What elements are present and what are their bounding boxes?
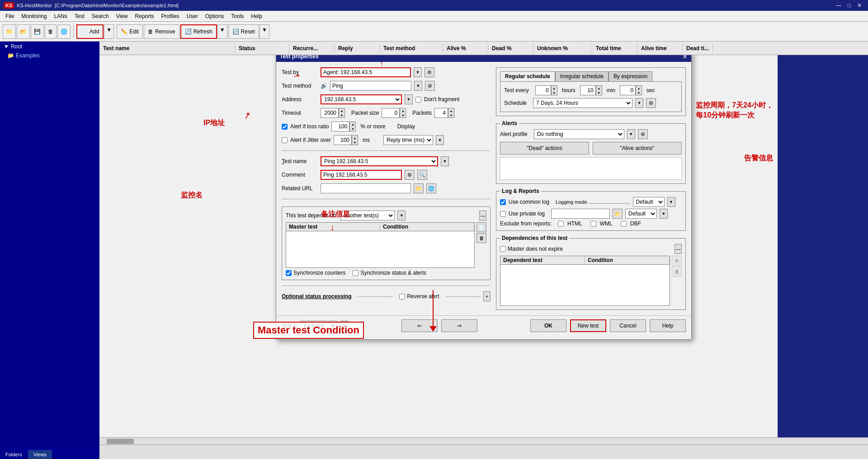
private-log-input[interactable] <box>551 209 610 219</box>
alert-jitter-spin[interactable]: ▲ ▼ <box>352 135 358 145</box>
sec-input[interactable] <box>620 85 636 95</box>
dbf-checkbox[interactable] <box>621 221 627 227</box>
alert-loss-input[interactable] <box>331 122 349 131</box>
delete-btn[interactable]: 🗑 <box>45 24 57 39</box>
sidebar-tab-folders[interactable]: Folders <box>0 450 28 459</box>
sync-counters-checkbox[interactable] <box>286 270 292 276</box>
cancel-btn[interactable]: Cancel <box>610 319 646 332</box>
test-by-input[interactable] <box>321 67 411 77</box>
schedule-select[interactable]: 7 Days, 24 Hours <box>533 98 632 108</box>
related-url-input[interactable] <box>321 183 411 193</box>
sec-spin[interactable]: ▲ ▼ <box>636 85 642 95</box>
menu-reports[interactable]: Reports <box>132 12 158 20</box>
comment-search-btn[interactable]: 🔍 <box>417 170 427 180</box>
menu-user[interactable]: User <box>183 12 202 20</box>
html-checkbox[interactable] <box>558 221 564 227</box>
sidebar-root-item[interactable]: ▼ Root <box>0 42 99 52</box>
test-by-config-btn[interactable]: ⚙ <box>425 67 434 77</box>
edit-button[interactable]: ✏️ Edit <box>117 24 143 39</box>
address-select[interactable]: 192.168.43.5 <box>321 94 402 104</box>
schedule-dropdown[interactable]: ▼ <box>635 98 643 108</box>
menu-tools[interactable]: Tools <box>227 12 247 20</box>
test-method-dropdown[interactable]: ▼ <box>414 81 422 91</box>
reset-dropdown-arrow[interactable]: ▼ <box>259 24 269 39</box>
depends-on-select[interactable]: another test(s) <box>340 211 395 220</box>
menu-view[interactable]: View <box>113 12 132 20</box>
maximize-btn[interactable]: □ <box>845 2 854 9</box>
timeout-spin[interactable]: ▲ ▼ <box>339 108 345 118</box>
hours-spin[interactable]: ▲ ▼ <box>551 85 557 95</box>
sidebar-tab-views[interactable]: Views <box>28 450 52 459</box>
alert-jitter-input[interactable] <box>334 135 352 145</box>
logging-mode-select[interactable]: Default <box>633 197 665 207</box>
packet-size-input[interactable] <box>382 108 400 118</box>
del-master-btn[interactable]: 🗑 <box>476 233 486 243</box>
master-test-body[interactable] <box>286 231 474 267</box>
new-folder-btn[interactable]: 📁 <box>3 24 16 39</box>
private-log-dropdown[interactable]: ▼ <box>660 209 668 219</box>
display-dropdown[interactable]: ▼ <box>436 135 444 145</box>
optional-expand-btn[interactable]: + <box>483 291 491 301</box>
ok-btn[interactable]: OK <box>530 319 566 332</box>
menu-test[interactable]: Test <box>71 12 88 20</box>
menu-profiles[interactable]: Profiles <box>158 12 183 20</box>
test-method-config-btn[interactable]: ⚙ <box>425 81 435 91</box>
packet-size-spin[interactable]: ▲ ▼ <box>400 108 406 118</box>
use-private-log-checkbox[interactable] <box>500 211 506 217</box>
alert-jitter-checkbox[interactable] <box>282 137 288 143</box>
next-btn[interactable]: ⇒ <box>441 319 477 332</box>
private-log-browse-btn[interactable]: 📁 <box>613 209 623 219</box>
dont-fragment-checkbox[interactable] <box>415 97 421 103</box>
menu-search[interactable]: Search <box>88 12 113 20</box>
dep-test-body[interactable] <box>500 265 670 305</box>
alert-loss-spin[interactable]: ▲ ▼ <box>349 122 356 131</box>
new-test-btn[interactable]: New test <box>570 319 606 332</box>
min-input[interactable] <box>580 85 596 95</box>
address-dropdown[interactable]: ▼ <box>405 94 413 104</box>
globe-btn[interactable]: 🌐 <box>57 24 71 39</box>
reset-button[interactable]: 🔃 Reset <box>228 24 259 39</box>
tab-irregular-schedule[interactable]: Irregular schedule <box>555 71 609 81</box>
alive-actions-btn[interactable]: "Alive actions" <box>593 142 682 155</box>
wml-checkbox[interactable] <box>590 221 596 227</box>
horizontal-scrollbar[interactable] <box>99 437 868 445</box>
hours-input[interactable] <box>535 85 551 95</box>
save-btn[interactable]: 💾 <box>31 24 44 39</box>
alert-loss-checkbox[interactable] <box>282 124 288 130</box>
prev-btn[interactable]: ⇐ <box>401 319 438 332</box>
close-btn[interactable]: ✕ <box>854 2 864 9</box>
depends-collapse-btn[interactable]: — <box>479 211 486 220</box>
refresh-dropdown-arrow[interactable]: ▼ <box>217 24 227 39</box>
dep-icon-btn2[interactable]: 🗑 <box>672 267 682 276</box>
reverse-alert-checkbox[interactable] <box>399 294 405 300</box>
menu-file[interactable]: File <box>2 12 18 20</box>
schedule-config-btn[interactable]: ⚙ <box>646 98 656 108</box>
sidebar-item-examples[interactable]: 📁 Examples <box>0 52 99 60</box>
tab-by-expression[interactable]: By expression <box>609 71 652 81</box>
comment-config-btn[interactable]: ⚙ <box>405 170 415 180</box>
test-is-dropdown[interactable]: ▼ <box>340 321 349 331</box>
private-log-select[interactable]: Default <box>625 209 657 219</box>
menu-monitoring[interactable]: Monitoring <box>18 12 50 20</box>
related-url-btn2[interactable]: 🌐 <box>426 183 436 193</box>
test-name-select[interactable]: Ping 192.168.43.5 <box>321 156 438 166</box>
alert-profile-config-btn[interactable]: ⚙ <box>638 129 648 139</box>
test-by-dropdown[interactable]: ▼ <box>414 67 422 77</box>
test-name-dropdown[interactable]: ▼ <box>441 156 449 166</box>
help-btn[interactable]: Help <box>650 319 686 332</box>
display-select[interactable]: Reply time (ms) <box>383 135 433 145</box>
dead-actions-btn[interactable]: "Dead" actions <box>500 142 589 155</box>
menu-help[interactable]: Help <box>247 12 266 20</box>
test-method-input[interactable] <box>330 81 411 91</box>
dep-icon-btn1[interactable]: ⚙ <box>672 256 682 266</box>
alert-profile-select[interactable]: Do nothing <box>534 129 624 139</box>
alert-profile-dropdown[interactable]: ▼ <box>627 129 635 139</box>
master-no-expire-checkbox[interactable] <box>500 246 506 252</box>
menu-lans[interactable]: LANs <box>50 12 71 20</box>
menu-options[interactable]: Options <box>202 12 227 20</box>
sync-status-checkbox[interactable] <box>353 270 359 276</box>
test-is-select[interactable]: Enabled <box>301 321 337 331</box>
min-spin[interactable]: ▲ ▼ <box>596 85 602 95</box>
related-url-btn1[interactable]: 📁 <box>414 183 424 193</box>
add-dropdown-arrow[interactable]: ▼ <box>104 24 114 39</box>
